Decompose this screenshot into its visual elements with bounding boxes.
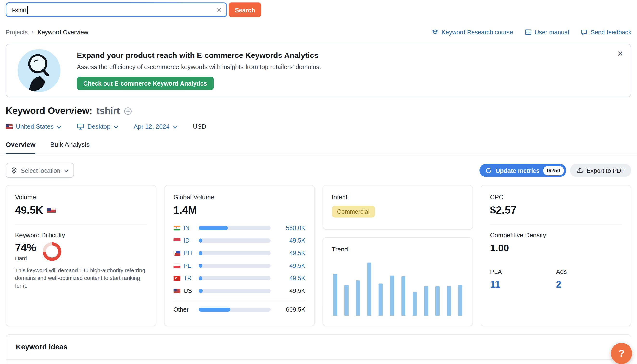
- export-pdf-button[interactable]: Export to PDF: [570, 164, 631, 177]
- country-code: Other: [173, 306, 188, 313]
- metric-cards: Volume 49.5K Keyword Difficulty 74% Hard…: [6, 185, 631, 326]
- country-volume-value: 49.5K: [276, 250, 306, 256]
- search-input[interactable]: t-shirt ×: [6, 2, 227, 17]
- intent-label: Intent: [332, 194, 464, 201]
- country-volume-row: PH49.5K: [173, 247, 305, 259]
- tab-bulk-analysis[interactable]: Bulk Analysis: [50, 141, 90, 154]
- country-volume-value: 609.5K: [276, 306, 306, 313]
- intent-trend-column: Intent Commercial Trend: [322, 185, 473, 326]
- pla-block: PLA 11: [490, 268, 556, 290]
- country-volume-row: PL49.5K: [173, 259, 305, 272]
- update-metrics-button[interactable]: Update metrics 0/250: [479, 164, 566, 177]
- chevron-down-icon: [114, 126, 118, 128]
- filters-row: United States Desktop Apr 12, 2024 USD: [6, 123, 631, 130]
- send-feedback-link[interactable]: Send feedback: [580, 28, 631, 36]
- clear-search-icon[interactable]: ×: [216, 6, 222, 14]
- trend-bar: [401, 276, 405, 316]
- cpc-label: CPC: [490, 194, 622, 201]
- flag-us-icon: [173, 288, 180, 293]
- trend-bar: [447, 286, 451, 316]
- device-filter[interactable]: Desktop: [77, 123, 118, 130]
- trend-bar: [458, 285, 463, 316]
- user-manual-link[interactable]: User manual: [524, 28, 569, 36]
- volume-label: Volume: [15, 194, 147, 201]
- country-cell: US: [173, 287, 199, 294]
- volume-card: Volume 49.5K Keyword Difficulty 74% Hard…: [6, 185, 156, 326]
- date-filter[interactable]: Apr 12, 2024: [134, 123, 177, 130]
- flag-tr-icon: [173, 276, 180, 280]
- breadcrumb-projects[interactable]: Projects: [6, 28, 28, 36]
- volume-bar-track: [199, 307, 270, 311]
- global-volume-card: Global Volume 1.4M IN550.0KID49.5KPH49.5…: [164, 185, 315, 326]
- flag-id-icon: [173, 238, 180, 243]
- trend-card: Trend: [322, 237, 473, 326]
- magnifier-illustration: [18, 49, 61, 92]
- location-pin-icon: [11, 167, 17, 174]
- divider: [6, 360, 631, 360]
- divider: [173, 300, 305, 300]
- ads-block: Ads 2: [556, 268, 622, 290]
- country-code[interactable]: IN: [183, 224, 189, 231]
- volume-value: 49.5K: [15, 204, 43, 216]
- pla-value[interactable]: 11: [490, 279, 556, 290]
- refresh-icon: [485, 167, 492, 174]
- country-volume-row: IN550.0K: [173, 222, 305, 234]
- global-volume-label: Global Volume: [173, 194, 305, 201]
- ads-label: Ads: [556, 268, 622, 275]
- divider: [490, 224, 622, 224]
- page-title: Keyword Overview:: [6, 106, 92, 116]
- chevron-down-icon: [64, 170, 69, 172]
- country-cell: PH: [173, 250, 199, 256]
- link-label: User manual: [535, 28, 569, 36]
- country-volume-value: 550.0K: [276, 224, 306, 231]
- country-cell: ID: [173, 237, 199, 244]
- country-code[interactable]: TR: [183, 274, 192, 282]
- volume-bar-fill: [199, 264, 202, 268]
- help-button[interactable]: ?: [611, 343, 632, 364]
- global-volume-value: 1.4M: [173, 204, 305, 216]
- volume-bar-track: [199, 276, 270, 280]
- cpc-card: CPC $2.57 Competitive Density 1.00 PLA 1…: [481, 185, 631, 326]
- volume-bar-track: [199, 238, 270, 242]
- select-location-label: Select location: [21, 167, 60, 174]
- country-code[interactable]: PH: [183, 250, 192, 256]
- country-code: US: [183, 287, 192, 294]
- ecommerce-cta-button[interactable]: Check out E-commerce Keyword Analytics: [77, 77, 214, 90]
- date-label: Apr 12, 2024: [134, 123, 170, 130]
- volume-bar-track: [199, 264, 270, 268]
- search-value: t-shirt: [11, 6, 27, 13]
- country-volume-row: TR49.5K: [173, 272, 305, 284]
- breadcrumb-row: Projects › Keyword Overview Keyword Rese…: [6, 28, 631, 36]
- country-volume-value: 49.5K: [276, 262, 306, 269]
- device-label: Desktop: [87, 123, 110, 130]
- banner-close-icon[interactable]: ×: [617, 49, 623, 58]
- text-caret: [27, 6, 28, 14]
- tab-overview[interactable]: Overview: [6, 141, 36, 154]
- search-button[interactable]: Search: [229, 2, 261, 17]
- ecommerce-promo-banner: Expand your product reach with E-commerc…: [6, 44, 631, 97]
- volume-bar-fill: [199, 276, 202, 280]
- export-pdf-label: Export to PDF: [586, 167, 625, 174]
- volume-bar-track: [199, 289, 270, 293]
- intent-badge[interactable]: Commercial: [332, 206, 375, 218]
- flag-ph-icon: [173, 250, 180, 255]
- location-filter[interactable]: United States: [6, 123, 61, 130]
- kd-label: Keyword Difficulty: [15, 232, 147, 239]
- global-volume-rows: IN550.0KID49.5KPH49.5KPL49.5KTR49.5KUS49…: [173, 222, 305, 316]
- link-label: Keyword Research course: [442, 28, 513, 36]
- country-volume-row: Other609.5K: [173, 303, 305, 316]
- kd-donut-chart: [43, 242, 61, 261]
- add-keyword-icon[interactable]: [124, 107, 132, 115]
- country-volume-value: 49.5K: [276, 237, 306, 244]
- volume-bar-fill: [199, 289, 203, 293]
- select-location-dropdown[interactable]: Select location: [6, 163, 74, 178]
- keyword-research-course-link[interactable]: Keyword Research course: [432, 28, 513, 36]
- trend-bar: [436, 286, 440, 316]
- country-code[interactable]: ID: [183, 237, 189, 244]
- ads-value[interactable]: 2: [556, 279, 622, 290]
- banner-content: Expand your product reach with E-commerc…: [77, 51, 321, 90]
- country-code[interactable]: PL: [183, 262, 191, 269]
- banner-description: Assess the efficiency of e-commerce keyw…: [77, 63, 321, 70]
- location-label: United States: [16, 123, 54, 130]
- chevron-right-icon: ›: [31, 28, 34, 35]
